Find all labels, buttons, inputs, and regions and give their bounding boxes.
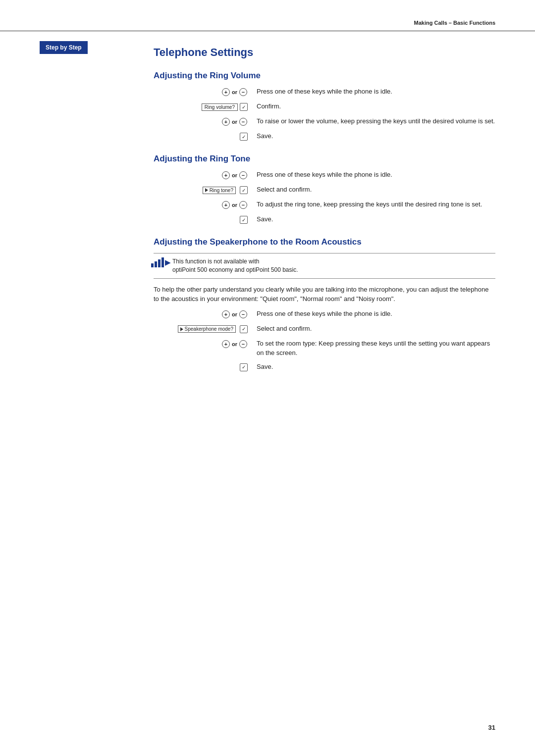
ring-volume-label: Ring volume? xyxy=(202,103,238,111)
step-right-1: Press one of these keys while the phone … xyxy=(253,87,495,97)
plus-key-sp3: + xyxy=(222,340,230,348)
speakerphone-description: To help the other party understand you c… xyxy=(154,285,495,304)
or-label-sp1: or xyxy=(232,311,237,317)
step-left-plus-minus-sp3: + or − xyxy=(154,339,253,350)
minus-key-rt3: − xyxy=(239,201,247,209)
plus-minus-key-sp3: + or − xyxy=(221,340,248,348)
check-box-rt2: ✓ xyxy=(240,186,248,194)
page-number: 31 xyxy=(488,724,495,731)
plus-minus-key-3: + or − xyxy=(221,118,248,126)
main-content: Step by Step Telephone Settings Adjustin… xyxy=(0,41,535,377)
step-right-sp3: To set the room type: Keep pressing thes… xyxy=(253,339,495,358)
speakerphone-row: Speakerphone mode? ✓ xyxy=(154,325,248,333)
step-right-rt2: Select and confirm. xyxy=(253,185,495,195)
plus-key: + xyxy=(222,88,230,96)
step-left-plus-minus-rt1: + or − xyxy=(154,170,253,181)
note-text: This function is not available withoptiP… xyxy=(172,257,298,274)
plus-key-3: + xyxy=(222,118,230,126)
speakerphone-menu-item: Speakerphone mode? xyxy=(178,325,236,333)
minus-key: − xyxy=(239,88,247,96)
section-speakerphone-title: Adjusting the Speakerphone to the Room A… xyxy=(154,237,495,247)
header-title: Making Calls – Basic Functions xyxy=(414,20,495,26)
plus-key-rt3: + xyxy=(222,201,230,209)
section-ring-tone-title: Adjusting the Ring Tone xyxy=(154,154,495,164)
arrow-icon: ▶ xyxy=(165,258,170,266)
note-box: ▶ This function is not available withopt… xyxy=(154,253,495,279)
minus-key-sp1: − xyxy=(239,310,247,318)
ring-tone-step-3: + or − To adjust the ring tone, keep pre… xyxy=(154,200,495,210)
step-left-check-sp4: ✓ xyxy=(154,362,253,373)
step-right-4: Save. xyxy=(253,131,495,141)
left-column: Step by Step xyxy=(40,41,139,377)
step-left-plus-minus-3: + or − xyxy=(154,116,253,127)
step-left-check-rt4: ✓ xyxy=(154,214,253,225)
sp-step-4: ✓ Save. xyxy=(154,362,495,373)
step-right-sp1: Press one of these keys while the phone … xyxy=(253,309,495,319)
step-right-rt3: To adjust the ring tone, keep pressing t… xyxy=(253,200,495,209)
ring-tone-label: Ring tone? xyxy=(210,188,233,193)
check-box-rt4: ✓ xyxy=(240,216,248,224)
step-right-2: Confirm. xyxy=(253,101,495,111)
ring-vol-step-4: ✓ Save. xyxy=(154,131,495,142)
plus-key-sp1: + xyxy=(222,310,230,318)
plus-key-rt1: + xyxy=(222,171,230,179)
check-box-1: ✓ xyxy=(240,103,248,111)
section-ring-volume-title: Adjusting the Ring Volume xyxy=(154,71,495,81)
step-left-ring-tone: Ring tone? ✓ xyxy=(154,185,253,196)
ring-vol-step-2: Ring volume? ✓ Confirm. xyxy=(154,101,495,112)
sp-step-3: + or − To set the room type: Keep pressi… xyxy=(154,339,495,358)
ring-tone-step-2: Ring tone? ✓ Select and confirm. xyxy=(154,185,495,196)
step-left-ring-volume: Ring volume? ✓ xyxy=(154,101,253,112)
step-right-rt1: Press one of these keys while the phone … xyxy=(253,170,495,180)
ring-tone-step-1: + or − Press one of these keys while the… xyxy=(154,170,495,181)
step-right-rt4: Save. xyxy=(253,214,495,224)
main-title: Telephone Settings xyxy=(154,46,495,59)
ring-tone-menu-item: Ring tone? xyxy=(203,187,236,194)
plus-minus-key-rt1: + or − xyxy=(221,171,248,179)
or-label-3: or xyxy=(232,119,237,125)
ring-tone-row: Ring tone? ✓ xyxy=(154,186,248,194)
menu-arrow-sp xyxy=(180,327,183,331)
bar-3 xyxy=(158,259,160,267)
or-label-1: or xyxy=(232,89,237,95)
or-label-sp3: or xyxy=(232,341,237,347)
plus-minus-key-1: + or − xyxy=(221,88,248,96)
menu-arrow-1 xyxy=(205,188,208,192)
step-left-check-1: ✓ xyxy=(154,131,253,142)
ring-vol-step-3: + or − To raise or lower the volume, kee… xyxy=(154,116,495,127)
bar-4 xyxy=(161,257,164,267)
check-box-sp2: ✓ xyxy=(240,325,248,333)
check-box-2: ✓ xyxy=(240,133,248,141)
step-right-sp2: Select and confirm. xyxy=(253,324,495,334)
minus-key-3: − xyxy=(239,118,247,126)
bar-2 xyxy=(155,261,157,267)
note-icon: ▶ xyxy=(154,257,167,267)
speakerphone-label: Speakerphone mode? xyxy=(185,326,233,332)
bar-1 xyxy=(151,263,154,267)
ring-tone-step-4: ✓ Save. xyxy=(154,214,495,225)
right-column: Telephone Settings Adjusting the Ring Vo… xyxy=(139,41,495,377)
step-right-sp4: Save. xyxy=(253,362,495,372)
step-by-step-box: Step by Step xyxy=(40,41,88,54)
plus-minus-key-sp1: + or − xyxy=(221,310,248,318)
sp-step-2: Speakerphone mode? ✓ Select and confirm. xyxy=(154,324,495,335)
page-wrapper: Making Calls – Basic Functions Step by S… xyxy=(0,0,535,756)
step-right-3: To raise or lower the volume, keep press… xyxy=(253,116,495,126)
sp-step-1: + or − Press one of these keys while the… xyxy=(154,309,495,320)
step-left-plus-minus-sp1: + or − xyxy=(154,309,253,320)
check-box-sp4: ✓ xyxy=(240,363,248,371)
or-label-rt1: or xyxy=(232,172,237,178)
page-header: Making Calls – Basic Functions xyxy=(0,0,535,31)
or-label-rt3: or xyxy=(232,202,237,208)
ring-volume-row: Ring volume? ✓ xyxy=(154,103,248,111)
step-left-plus-minus-1: + or − xyxy=(154,87,253,98)
plus-minus-key-rt3: + or − xyxy=(221,201,248,209)
step-left-speakerphone: Speakerphone mode? ✓ xyxy=(154,324,253,335)
minus-key-sp3: − xyxy=(239,340,247,348)
ring-vol-step-1: + or − Press one of these keys while the… xyxy=(154,87,495,98)
step-left-plus-minus-rt3: + or − xyxy=(154,200,253,210)
note-bars xyxy=(151,257,164,267)
minus-key-rt1: − xyxy=(239,171,247,179)
